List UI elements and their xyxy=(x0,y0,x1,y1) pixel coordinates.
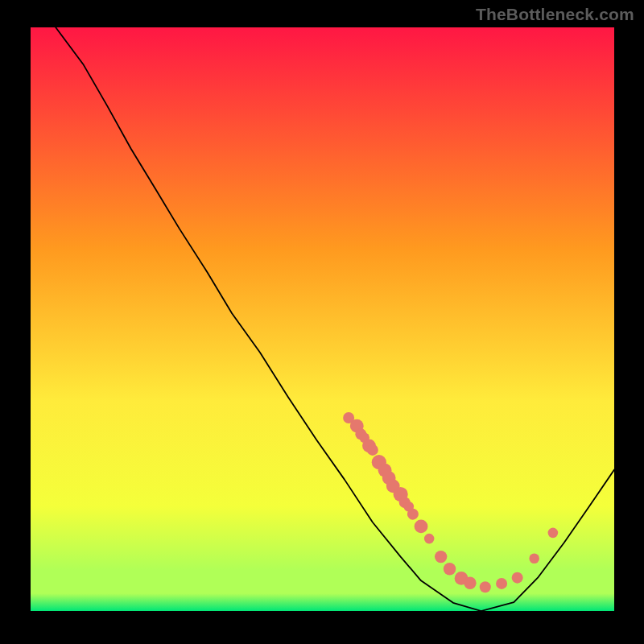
scatter-point xyxy=(496,578,507,589)
watermark-text: TheBottleneck.com xyxy=(476,5,634,24)
chart-svg xyxy=(31,27,614,611)
scatter-point xyxy=(529,553,539,564)
scatter-point xyxy=(464,577,476,589)
gradient-background xyxy=(31,27,614,611)
scatter-point xyxy=(512,572,523,584)
bottleneck-chart xyxy=(31,27,614,611)
scatter-point xyxy=(424,534,435,544)
scatter-point xyxy=(444,563,456,575)
scatter-point xyxy=(407,509,419,520)
scatter-point xyxy=(435,551,447,563)
scatter-point xyxy=(548,528,559,539)
scatter-point xyxy=(415,519,428,533)
scatter-point xyxy=(480,581,491,592)
scatter-point xyxy=(367,444,378,456)
